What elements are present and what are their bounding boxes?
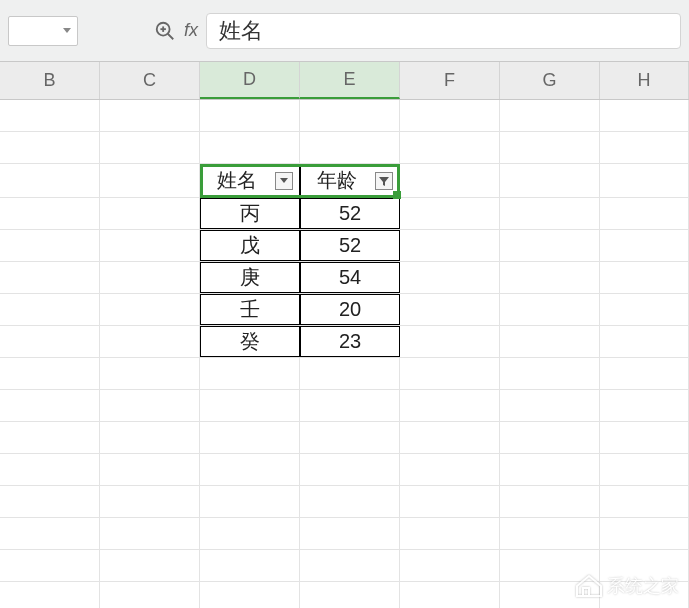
table-row[interactable]: 壬 20	[0, 294, 689, 326]
cell-name[interactable]: 壬	[200, 294, 300, 325]
cell-name[interactable]: 丙	[200, 198, 300, 229]
cell-age[interactable]: 23	[300, 326, 400, 357]
table-row[interactable]: 戊 52	[0, 230, 689, 262]
col-header-E[interactable]: E	[300, 62, 400, 99]
col-header-F[interactable]: F	[400, 62, 500, 99]
grid-row[interactable]	[0, 486, 689, 518]
table-header-age[interactable]: 年龄	[300, 164, 400, 197]
svg-line-1	[168, 33, 174, 39]
fx-icons: fx	[154, 20, 198, 42]
formula-bar: fx 姓名	[0, 0, 689, 62]
table-header-label: 姓名	[201, 167, 273, 194]
col-header-G[interactable]: G	[500, 62, 600, 99]
zoom-icon[interactable]	[154, 20, 176, 42]
grid-row[interactable]	[0, 100, 689, 132]
table-row[interactable]: 庚 54	[0, 262, 689, 294]
col-header-B[interactable]: B	[0, 62, 100, 99]
cell-name[interactable]: 庚	[200, 262, 300, 293]
col-header-D[interactable]: D	[200, 62, 300, 99]
grid-row[interactable]	[0, 518, 689, 550]
grid-row[interactable]	[0, 422, 689, 454]
column-headers: B C D E F G H	[0, 62, 689, 100]
grid-row[interactable]	[0, 358, 689, 390]
table-row[interactable]: 丙 52	[0, 198, 689, 230]
cell-age[interactable]: 52	[300, 198, 400, 229]
watermark-text: 系统之家	[607, 574, 679, 598]
grid-row[interactable]	[0, 132, 689, 164]
cell-name[interactable]: 癸	[200, 326, 300, 357]
table-row[interactable]: 癸 23	[0, 326, 689, 358]
chevron-down-icon	[63, 28, 71, 33]
formula-input[interactable]: 姓名	[206, 13, 681, 49]
watermark: 系统之家	[575, 574, 679, 598]
fx-icon[interactable]: fx	[184, 20, 198, 41]
grid-rows: 姓名 年龄 丙 52 戊 52	[0, 100, 689, 608]
col-header-C[interactable]: C	[100, 62, 200, 99]
table-header-label: 年龄	[301, 167, 373, 194]
filter-active-icon[interactable]	[375, 172, 393, 190]
grid-row[interactable]	[0, 390, 689, 422]
name-box[interactable]	[8, 16, 78, 46]
col-header-H[interactable]: H	[600, 62, 689, 99]
cell-age[interactable]: 52	[300, 230, 400, 261]
grid-row[interactable]	[0, 454, 689, 486]
cell-name[interactable]: 戊	[200, 230, 300, 261]
filter-dropdown-icon[interactable]	[275, 172, 293, 190]
table-header-row[interactable]: 姓名 年龄	[0, 164, 689, 198]
formula-value: 姓名	[219, 16, 263, 46]
spreadsheet-grid[interactable]: B C D E F G H 姓名 年龄	[0, 62, 689, 608]
cell-age[interactable]: 20	[300, 294, 400, 325]
cell-age[interactable]: 54	[300, 262, 400, 293]
table-header-name[interactable]: 姓名	[200, 164, 300, 197]
